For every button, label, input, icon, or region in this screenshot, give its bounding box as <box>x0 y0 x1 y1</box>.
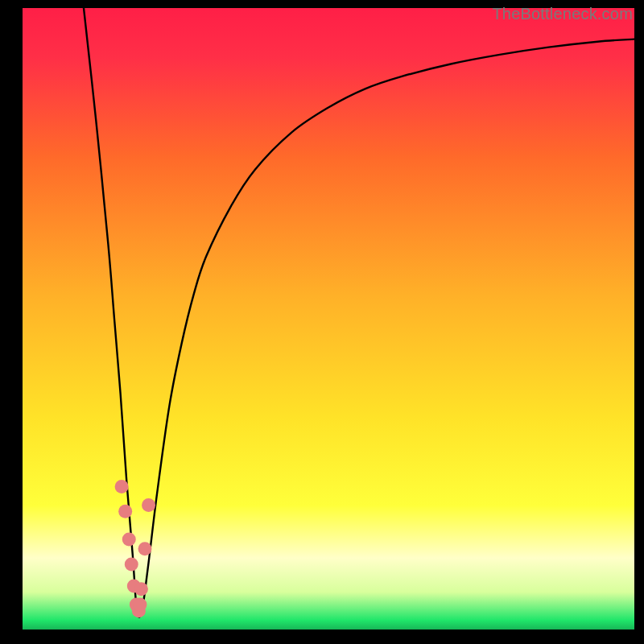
marker-point <box>134 582 148 596</box>
marker-point <box>133 598 147 612</box>
marker-point <box>122 533 136 547</box>
watermark-text: TheBottleneck.com <box>492 5 633 23</box>
marker-point <box>138 542 152 555</box>
bottleneck-chart <box>23 8 634 630</box>
chart-frame: TheBottleneck.com <box>0 0 644 644</box>
marker-point <box>142 498 155 512</box>
marker-point <box>125 557 138 571</box>
marker-point <box>115 480 129 493</box>
marker-point <box>118 505 132 518</box>
